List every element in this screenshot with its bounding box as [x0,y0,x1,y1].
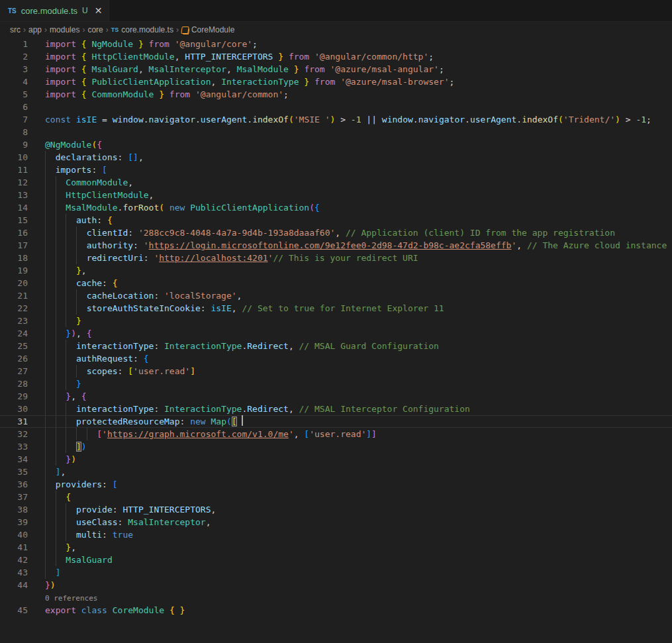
token: , [206,517,211,527]
code-line[interactable]: 33 ]) [0,440,672,453]
breadcrumb-item-app[interactable]: app [28,25,42,34]
code-line[interactable]: 40 multi: true [0,528,672,541]
token: [ [232,417,237,426]
code-content: ]) [45,440,672,453]
code-line[interactable]: 34 }) [0,453,672,466]
code-line[interactable]: 45export class CoreModule { } [0,604,672,617]
code-line[interactable]: 5import { CommonModule } from '@angular/… [0,88,672,101]
code-line[interactable]: 11 imports: [ [0,164,672,176]
indent-guide [56,277,56,289]
code-line[interactable]: 3import { MsalGuard, MsalInterceptor, Ms… [0,63,672,75]
code-line[interactable]: 10 declarations: [], [0,151,672,164]
token: . [516,115,522,124]
codelens-references[interactable]: 0 references [45,594,97,603]
code-line[interactable]: 30 interactionType: InteractionType.Redi… [0,403,672,415]
code-line[interactable]: 9@NgModule({ [0,138,672,151]
code-line[interactable]: 29 }, { [0,390,672,403]
code-line[interactable]: 13 HttpClientModule, [0,189,672,201]
close-icon[interactable]: ✕ [95,5,103,16]
code-line[interactable]: 31 protectedResourceMap: new Map([ [0,415,672,428]
code-line[interactable]: 14 MsalModule.forRoot( new PublicClientA… [0,201,672,214]
line-number: 6 [0,101,45,113]
code-line[interactable]: 37 { [0,491,672,503]
breadcrumb-label: core.module.ts [121,25,173,34]
line-number: 21 [0,289,45,302]
code-line[interactable]: 1import { NgModule } from '@angular/core… [0,38,672,50]
indent-spaces [45,165,56,175]
code-line[interactable]: 19 }, [0,264,672,277]
code-content: redirectUri: 'http://localhost:4201'// T… [45,252,672,264]
code-line[interactable]: 6 [0,101,672,113]
token: } [66,391,71,401]
indent-guide [76,252,77,264]
token: const [45,115,71,124]
line-number: 32 [0,428,45,440]
breadcrumb-item-modules[interactable]: modules [50,25,79,34]
code-line[interactable]: 41 }, [0,541,672,554]
code-line[interactable]: 25 interactionType: InteractionType.Redi… [0,340,672,352]
code-line[interactable]: 15 auth: { [0,214,672,226]
tab-core-module[interactable]: TS core.module.ts U ✕ [0,0,109,21]
code-content: auth: { [45,214,672,226]
code-editor[interactable]: 1import { NgModule } from '@angular/core… [0,38,672,617]
token: { [144,354,149,364]
indent-guide [56,252,56,264]
line-number: 27 [0,365,45,377]
token: { } [169,605,185,615]
code-line[interactable]: 26 authRequest: { [0,352,672,365]
token: MsalModule [66,203,117,213]
token: { [87,328,92,338]
code-content: ] [45,566,672,579]
token: . [465,115,470,124]
token: interactionType [76,404,154,414]
token: from [289,52,309,62]
code-line[interactable]: 24 }), { [0,327,672,340]
code-line[interactable]: 7const isIE = window.navigator.userAgent… [0,113,672,126]
code-line[interactable]: 32 ['https://graph.microsoft.com/v1.0/me… [0,428,672,440]
token: { [81,89,87,99]
indent-guide [76,289,77,302]
code-line[interactable]: 36 providers: [ [0,478,672,491]
code-line[interactable]: 16 clientId: '288cc9c8-4048-4a7a-9d4b-19… [0,226,672,239]
code-line[interactable]: 8 [0,126,672,138]
code-line[interactable]: 22 storeAuthStateInCookie: isIE, // Set … [0,302,672,315]
token: , [128,177,133,187]
indent-guide [56,453,56,466]
code-line[interactable]: 27 scopes: ['user.read'] [0,365,672,377]
breadcrumb-item-src[interactable]: src [10,25,21,34]
code-line[interactable]: 12 CommonModule, [0,176,672,189]
code-line[interactable]: 20 cache: { [0,277,672,289]
breadcrumb-item-coremodule[interactable]: CoreModule [181,25,234,34]
code-content: import { HttpClientModule, HTTP_INTERCEP… [45,50,672,63]
breadcrumb-item-core[interactable]: core [87,25,103,34]
code-line[interactable]: 44}) [0,579,672,591]
code-line[interactable]: 42 MsalGuard [0,554,672,566]
code-content: } [45,377,672,390]
token: ' [144,240,149,250]
token: https://login.microsoftonline.com/9e12fe… [149,240,512,250]
token: = [97,115,112,124]
indent-guide [56,352,56,365]
token: ; [428,52,434,62]
token: || [361,115,382,124]
code-line[interactable]: 39 useClass: MsalInterceptor, [0,516,672,528]
codelens-row[interactable]: 0 references [0,591,672,604]
indent-guide [76,428,77,440]
code-line[interactable]: 35 ], [0,466,672,478]
code-line[interactable]: 4import { PublicClientApplication, Inter… [0,75,672,88]
code-line[interactable]: 2import { HttpClientModule, HTTP_INTERCE… [0,50,672,63]
code-line[interactable]: 38 provide: HTTP_INTERCEPTORS, [0,503,672,516]
code-line[interactable]: 21 cacheLocation: 'localStorage', [0,289,672,302]
code-content: declarations: [], [45,151,672,164]
token: HttpClientModule [66,190,148,200]
code-line[interactable]: 17 authority: 'https://login.microsofton… [0,239,672,252]
code-line[interactable]: 23 } [0,315,672,327]
code-line[interactable]: 43 ] [0,566,672,579]
code-line[interactable]: 18 redirectUri: 'http://localhost:4201'/… [0,252,672,264]
indent-guide [66,428,66,440]
breadcrumb-item-core-module-ts[interactable]: TScore.module.ts [111,25,173,34]
indent-guide [45,554,46,566]
token: -1 [351,115,361,124]
token: } [66,542,71,552]
code-line[interactable]: 28 } [0,377,672,390]
